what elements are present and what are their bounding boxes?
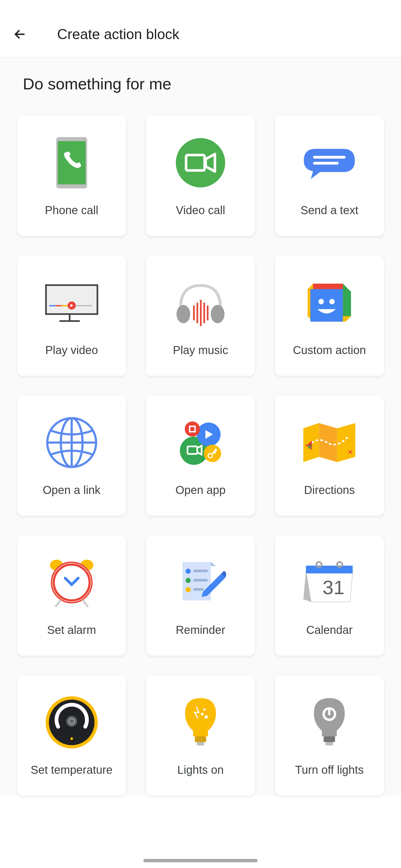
section-title: Do something for me	[23, 74, 384, 93]
svg-point-60	[70, 737, 73, 740]
card-label: Custom action	[293, 343, 366, 358]
navigation-handle[interactable]	[143, 859, 258, 862]
svg-rect-23	[207, 306, 209, 320]
svg-rect-50	[193, 579, 208, 581]
app-bar: Create action block	[0, 17, 401, 57]
svg-rect-14	[61, 305, 67, 306]
svg-rect-13	[55, 305, 61, 306]
svg-point-43	[52, 563, 91, 602]
card-label: Directions	[304, 483, 355, 497]
card-label: Play video	[45, 343, 98, 358]
status-bar	[0, 0, 401, 17]
open-app-icon	[172, 414, 229, 471]
svg-rect-62	[196, 742, 205, 745]
svg-line-46	[83, 600, 88, 607]
card-label: Open app	[175, 483, 226, 497]
card-label: Turn off lights	[295, 762, 364, 777]
lightbulb-on-icon	[172, 694, 229, 751]
svg-rect-20	[196, 303, 198, 323]
card-set-temperature[interactable]: Set temperature	[17, 676, 126, 796]
svg-point-49	[186, 578, 191, 583]
action-grid: Phone call Video call Send	[17, 116, 384, 796]
svg-text:31: 31	[323, 576, 345, 598]
svg-point-25	[318, 299, 324, 304]
svg-rect-22	[203, 303, 205, 323]
svg-point-34	[185, 422, 200, 437]
calendar-icon: 31	[301, 554, 358, 611]
card-label: Reminder	[176, 622, 225, 637]
card-open-app[interactable]: Open app	[146, 396, 255, 516]
svg-point-58	[66, 716, 77, 727]
card-open-link[interactable]: Open a link	[17, 396, 126, 516]
svg-rect-65	[323, 736, 335, 742]
svg-rect-12	[49, 305, 55, 306]
arrow-left-icon	[13, 27, 27, 41]
video-call-icon	[172, 134, 229, 191]
card-label: Calendar	[306, 622, 352, 637]
svg-text:✕: ✕	[348, 448, 353, 456]
card-lights-on[interactable]: Lights on	[146, 676, 255, 796]
map-icon: ✕ ✕	[301, 414, 358, 471]
content: Do something for me Phone call	[0, 57, 401, 796]
card-label: Send a text	[301, 203, 358, 218]
card-directions[interactable]: ✕ ✕ Directions	[275, 396, 384, 516]
svg-rect-6	[313, 162, 338, 165]
svg-rect-19	[193, 306, 195, 320]
svg-point-64	[205, 715, 208, 719]
play-music-icon	[172, 274, 229, 331]
globe-icon	[43, 414, 100, 471]
svg-line-45	[55, 600, 61, 607]
svg-rect-52	[193, 588, 204, 591]
alarm-clock-icon	[43, 554, 100, 611]
svg-point-51	[186, 587, 191, 592]
card-label: Set temperature	[31, 762, 113, 777]
svg-point-47	[186, 568, 191, 574]
card-custom-action[interactable]: Custom action	[275, 256, 384, 376]
svg-point-3	[176, 138, 225, 188]
svg-rect-5	[313, 156, 346, 159]
card-video-call[interactable]: Video call	[146, 116, 255, 236]
card-label: Phone call	[45, 203, 98, 218]
svg-text:✕: ✕	[307, 443, 312, 451]
svg-point-26	[329, 299, 335, 304]
card-set-alarm[interactable]: Set alarm	[17, 536, 126, 656]
custom-action-icon	[301, 274, 358, 331]
svg-rect-24	[310, 289, 343, 322]
card-label: Video call	[176, 203, 225, 218]
back-button[interactable]	[11, 26, 29, 43]
card-label: Play music	[173, 343, 228, 358]
card-send-text[interactable]: Send a text	[275, 116, 384, 236]
card-reminder[interactable]: Reminder	[146, 536, 255, 656]
reminder-icon	[172, 554, 229, 611]
card-label: Set alarm	[47, 622, 96, 637]
svg-rect-48	[193, 569, 208, 572]
text-message-icon	[301, 134, 358, 191]
card-label: Lights on	[177, 762, 224, 777]
card-label: Open a link	[42, 483, 100, 497]
svg-rect-61	[195, 736, 206, 742]
svg-rect-66	[325, 742, 333, 745]
svg-point-18	[211, 305, 224, 323]
card-calendar[interactable]: 31 Calendar	[275, 536, 384, 656]
card-play-music[interactable]: Play music	[146, 256, 255, 376]
play-video-icon	[43, 274, 100, 331]
thermostat-icon	[43, 694, 100, 751]
svg-point-17	[177, 305, 190, 323]
svg-point-63	[203, 708, 206, 711]
phone-call-icon	[43, 134, 100, 191]
app-title: Create action block	[57, 26, 179, 42]
card-play-video[interactable]: Play video	[17, 256, 126, 376]
card-lights-off[interactable]: Turn off lights	[275, 676, 384, 796]
svg-rect-21	[200, 300, 202, 326]
lightbulb-off-icon	[301, 694, 358, 751]
card-phone-call[interactable]: Phone call	[17, 116, 126, 236]
